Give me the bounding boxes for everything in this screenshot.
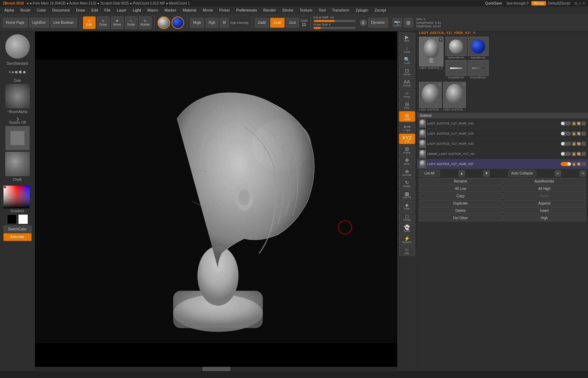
menu-item-zplugin[interactable]: Zplugin — [353, 7, 371, 13]
black-swatch[interactable] — [7, 214, 17, 224]
subtool-lock-3[interactable]: 🔒 — [572, 142, 576, 146]
move-btn[interactable]: ✥ Move — [111, 16, 124, 29]
menu-item-transform[interactable]: Transform — [329, 7, 352, 13]
menu-item-brush[interactable]: Brush — [18, 7, 33, 13]
subtool-color-4[interactable]: 🎨 — [577, 152, 581, 156]
menus-btn[interactable]: Menus — [531, 1, 546, 6]
list-up-btn[interactable]: ▲ — [458, 170, 465, 177]
subtool-dots-1[interactable]: ⋯ — [582, 121, 586, 126]
menu-item-stroke[interactable]: Stroke — [279, 7, 296, 13]
home-page-btn[interactable]: Home Page — [3, 18, 28, 28]
menu-item-tool[interactable]: Tool — [316, 7, 328, 13]
simple-brush-item[interactable]: SimpleBrush — [446, 60, 467, 79]
subtool-lock-5[interactable]: 🔒 — [572, 162, 576, 166]
rt-btn-linefill[interactable]: ▦Line Fill — [399, 190, 415, 200]
eraser-brush-item[interactable]: EraserBrush — [468, 60, 489, 79]
subtool-dots-2[interactable]: ⋯ — [582, 131, 586, 136]
menu-item-preferences[interactable]: Preferences — [233, 7, 260, 13]
menu-item-movie[interactable]: Movie — [200, 7, 216, 13]
white-swatch[interactable] — [18, 214, 28, 224]
rt-btn-xyz[interactable]: XYZXYZ — [399, 134, 415, 144]
zcut-btn[interactable]: Zcut — [286, 18, 299, 28]
menu-item-material[interactable]: Material — [180, 7, 199, 13]
subtool-color-2[interactable]: 🎨 — [577, 131, 581, 136]
subtool-item-3[interactable]: LADY JUSTICE_V17_HAIR_V20 🔒 🎨 ⋯ — [417, 139, 588, 149]
subtool-header[interactable]: Subtool — [417, 113, 588, 119]
brush-sphere[interactable] — [172, 16, 184, 29]
brush-thumbnail[interactable] — [5, 34, 30, 59]
texture-label[interactable]: Texture Off — [0, 121, 35, 124]
live-boolean-btn[interactable]: Live Boolean — [50, 18, 77, 28]
default-zscript[interactable]: DefaultZScript — [548, 1, 570, 5]
menu-item-file[interactable]: File — [102, 7, 113, 13]
zsub-btn[interactable]: Zsub — [270, 18, 284, 28]
subtool-color-1[interactable]: 🎨 — [577, 121, 581, 126]
menu-item-color[interactable]: Color — [34, 7, 49, 13]
rt-btn-local[interactable]: ◎Local — [399, 111, 415, 122]
alpha-brush-item[interactable]: AlphaBrush — [468, 37, 489, 59]
rt-btn-persp[interactable]: ⟡Persp — [399, 89, 415, 99]
menu-item-draw[interactable]: Draw — [73, 7, 88, 13]
menu-item-edit[interactable]: Edit — [89, 7, 101, 13]
menu-item-zscript[interactable]: Zscript — [372, 7, 389, 13]
zadd-btn[interactable]: Zadd — [255, 18, 269, 28]
menu-item-light[interactable]: Light — [130, 7, 144, 13]
alpha-label[interactable]: ~BrushAlpha — [0, 110, 35, 114]
expand-icon[interactable]: ↪ — [580, 170, 586, 177]
quick-save[interactable]: QuickSave — [485, 1, 502, 5]
rt-btn-transp[interactable]: ◻Transp — [399, 212, 415, 222]
copy-btn[interactable]: Copy — [419, 193, 502, 199]
menu-item-macro[interactable]: Macro — [145, 7, 161, 13]
rt-btn-polyf[interactable]: ◈PolyF — [399, 201, 415, 211]
rt-btn-zoom3d[interactable]: ⊕Zoom3D — [399, 167, 415, 178]
subtool-toggle-1[interactable] — [561, 121, 571, 126]
subtool-item-4[interactable]: UMesh_LADY JUSTICE_V17_HA 🔒 🎨 ⋯ — [417, 149, 588, 159]
chalk-thumbnail[interactable] — [5, 152, 30, 176]
subtool-item-5[interactable]: LADY JUSTICE_V17_HAIR_V37 🔒 🎨 ⋯ — [417, 159, 588, 169]
menu-item-picker[interactable]: Picker — [216, 7, 233, 13]
rt-btn-lsym[interactable]: ⟺L.Sym — [399, 122, 415, 133]
rt-btn-move[interactable]: ✥Move — [399, 156, 415, 166]
chalk-label[interactable]: Chalk — [0, 178, 35, 181]
subtool-toggle-5[interactable] — [561, 162, 571, 166]
duplicate-btn[interactable]: Duplicate — [419, 200, 502, 207]
dots-label[interactable]: Dots — [0, 79, 35, 83]
menu-item-marker[interactable]: Marker — [162, 7, 179, 13]
thumb2-item[interactable]: 5 LADY JUSTICE_V — [419, 82, 442, 111]
draw-btn[interactable]: ✏ Draw — [97, 16, 110, 29]
see-through[interactable]: See-through 0 — [506, 1, 528, 5]
subtool-item-1[interactable]: LADY JUSTICE_V17_HAIR_V43 🔒 🎨 ⋯ — [417, 119, 588, 129]
scroll-thumb[interactable] — [202, 367, 230, 371]
rt-btn-scroll[interactable]: ↕Scroll — [399, 44, 415, 55]
auto-collapse-btn[interactable]: Auto Collapse — [508, 170, 536, 177]
expand-arrow[interactable] — [0, 118, 35, 121]
color-canvas[interactable] — [4, 186, 30, 208]
rt-btn-solo[interactable]: ☉Solo — [399, 245, 415, 256]
rt-btn-floor[interactable]: ⊟Floor — [399, 100, 415, 110]
rt-btn-actual[interactable]: ⊡Actual — [399, 66, 415, 77]
rgb-btn[interactable]: Rgb — [205, 18, 218, 28]
thumb3-item[interactable]: 5 LADY JUSTICE_V — [443, 82, 466, 111]
switch-color-btn[interactable]: SwitchColor — [4, 226, 31, 233]
scale-btn[interactable]: ⤡ Scale — [125, 16, 138, 29]
all-high-btn[interactable]: All High — [503, 185, 586, 192]
list-all-btn[interactable]: List All — [419, 170, 440, 177]
rt-btn-rotate[interactable]: ↻Rotate — [399, 178, 415, 189]
dynamic-btn[interactable]: Dynamic — [368, 18, 388, 28]
z-intensity-val[interactable]: 11 — [302, 22, 306, 27]
symmetry-icon[interactable]: S — [360, 19, 367, 26]
menu-item-layer[interactable]: Layer — [114, 7, 130, 13]
rt-btn-ghost[interactable]: 👻Ghost — [399, 223, 415, 234]
rt-btn-frame[interactable]: ⊞Frame — [399, 145, 415, 155]
subtool-toggle-3[interactable] — [561, 142, 571, 146]
high-btn[interactable]: High — [503, 215, 586, 221]
subtool-item-2[interactable]: LADY JUSTICE_V17_HAIR_V24 🔒 🎨 ⋯ — [417, 129, 588, 139]
subtool-lock-1[interactable]: 🔒 — [572, 121, 576, 126]
paste-greyed-btn[interactable]: Paste — [503, 193, 586, 199]
list-down-btn[interactable]: ▼ — [483, 170, 490, 177]
edit-btn[interactable]: ✎ Edit — [83, 16, 96, 29]
canvas-area[interactable] — [35, 31, 397, 371]
lightbox-btn[interactable]: LightBox — [29, 18, 49, 28]
texture-off-box[interactable] — [5, 126, 30, 150]
alternate-btn[interactable]: Alternate — [4, 233, 31, 241]
